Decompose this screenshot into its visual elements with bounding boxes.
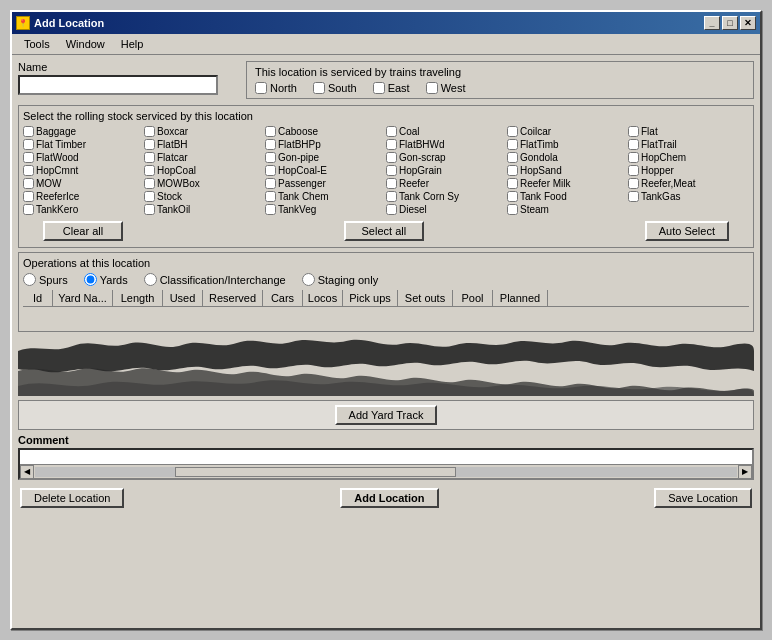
rolling-checkbox-29[interactable] xyxy=(628,178,639,189)
rolling-item-2[interactable]: Caboose xyxy=(265,126,386,137)
rolling-checkbox-3[interactable] xyxy=(386,126,397,137)
direction-east[interactable]: East xyxy=(373,82,410,94)
staging-radio[interactable] xyxy=(302,273,315,286)
rolling-checkbox-20[interactable] xyxy=(265,165,276,176)
scroll-thumb-h[interactable] xyxy=(175,467,456,477)
rolling-checkbox-8[interactable] xyxy=(265,139,276,150)
comment-textarea[interactable] xyxy=(20,450,752,464)
rolling-item-36[interactable]: TankKero xyxy=(23,204,144,215)
rolling-item-21[interactable]: HopGrain xyxy=(386,165,507,176)
rolling-checkbox-2[interactable] xyxy=(265,126,276,137)
rolling-checkbox-24[interactable] xyxy=(23,178,34,189)
rolling-item-26[interactable]: Passenger xyxy=(265,178,386,189)
radio-staging[interactable]: Staging only xyxy=(302,273,379,286)
rolling-checkbox-5[interactable] xyxy=(628,126,639,137)
rolling-checkbox-25[interactable] xyxy=(144,178,155,189)
rolling-item-3[interactable]: Coal xyxy=(386,126,507,137)
rolling-checkbox-17[interactable] xyxy=(628,152,639,163)
rolling-checkbox-31[interactable] xyxy=(144,191,155,202)
rolling-item-31[interactable]: Stock xyxy=(144,191,265,202)
select-all-button[interactable]: Select all xyxy=(344,221,424,241)
rolling-checkbox-11[interactable] xyxy=(628,139,639,150)
rolling-item-38[interactable]: TankVeg xyxy=(265,204,386,215)
delete-location-button[interactable]: Delete Location xyxy=(20,488,124,508)
minimize-button[interactable]: _ xyxy=(704,16,720,30)
scroll-track-h[interactable] xyxy=(35,467,737,477)
rolling-checkbox-6[interactable] xyxy=(23,139,34,150)
menu-tools[interactable]: Tools xyxy=(16,36,58,52)
north-checkbox[interactable] xyxy=(255,82,267,94)
rolling-item-24[interactable]: MOW xyxy=(23,178,144,189)
spurs-radio[interactable] xyxy=(23,273,36,286)
west-checkbox[interactable] xyxy=(426,82,438,94)
maximize-button[interactable]: □ xyxy=(722,16,738,30)
rolling-checkbox-7[interactable] xyxy=(144,139,155,150)
rolling-checkbox-19[interactable] xyxy=(144,165,155,176)
rolling-item-11[interactable]: FlatTrail xyxy=(628,139,749,150)
rolling-checkbox-35[interactable] xyxy=(628,191,639,202)
direction-west[interactable]: West xyxy=(426,82,466,94)
rolling-checkbox-9[interactable] xyxy=(386,139,397,150)
rolling-checkbox-12[interactable] xyxy=(23,152,34,163)
rolling-item-19[interactable]: HopCoal xyxy=(144,165,265,176)
rolling-checkbox-10[interactable] xyxy=(507,139,518,150)
rolling-item-39[interactable]: Diesel xyxy=(386,204,507,215)
rolling-checkbox-4[interactable] xyxy=(507,126,518,137)
rolling-item-35[interactable]: TankGas xyxy=(628,191,749,202)
rolling-item-23[interactable]: Hopper xyxy=(628,165,749,176)
rolling-checkbox-22[interactable] xyxy=(507,165,518,176)
direction-south[interactable]: South xyxy=(313,82,357,94)
rolling-item-18[interactable]: HopCmnt xyxy=(23,165,144,176)
south-checkbox[interactable] xyxy=(313,82,325,94)
clear-all-button[interactable]: Clear all xyxy=(43,221,123,241)
rolling-item-33[interactable]: Tank Corn Sy xyxy=(386,191,507,202)
rolling-item-20[interactable]: HopCoal-E xyxy=(265,165,386,176)
scroll-left-button[interactable]: ◀ xyxy=(20,465,34,479)
rolling-item-28[interactable]: Reefer Milk xyxy=(507,178,628,189)
menu-window[interactable]: Window xyxy=(58,36,113,52)
rolling-checkbox-27[interactable] xyxy=(386,178,397,189)
rolling-item-25[interactable]: MOWBox xyxy=(144,178,265,189)
rolling-checkbox-0[interactable] xyxy=(23,126,34,137)
rolling-checkbox-38[interactable] xyxy=(265,204,276,215)
rolling-item-15[interactable]: Gon-scrap xyxy=(386,152,507,163)
rolling-item-1[interactable]: Boxcar xyxy=(144,126,265,137)
rolling-checkbox-36[interactable] xyxy=(23,204,34,215)
rolling-item-32[interactable]: Tank Chem xyxy=(265,191,386,202)
rolling-item-13[interactable]: Flatcar xyxy=(144,152,265,163)
scroll-right-button[interactable]: ▶ xyxy=(738,465,752,479)
yards-radio[interactable] xyxy=(84,273,97,286)
rolling-item-4[interactable]: Coilcar xyxy=(507,126,628,137)
east-checkbox[interactable] xyxy=(373,82,385,94)
rolling-item-34[interactable]: Tank Food xyxy=(507,191,628,202)
auto-select-button[interactable]: Auto Select xyxy=(645,221,729,241)
rolling-checkbox-18[interactable] xyxy=(23,165,34,176)
rolling-checkbox-26[interactable] xyxy=(265,178,276,189)
add-yard-track-button[interactable]: Add Yard Track xyxy=(335,405,438,425)
rolling-item-30[interactable]: ReeferIce xyxy=(23,191,144,202)
radio-classification[interactable]: Classification/Interchange xyxy=(144,273,286,286)
rolling-checkbox-37[interactable] xyxy=(144,204,155,215)
rolling-checkbox-34[interactable] xyxy=(507,191,518,202)
rolling-item-22[interactable]: HopSand xyxy=(507,165,628,176)
rolling-checkbox-21[interactable] xyxy=(386,165,397,176)
rolling-item-37[interactable]: TankOil xyxy=(144,204,265,215)
rolling-checkbox-1[interactable] xyxy=(144,126,155,137)
rolling-checkbox-32[interactable] xyxy=(265,191,276,202)
rolling-checkbox-14[interactable] xyxy=(265,152,276,163)
rolling-item-14[interactable]: Gon-pipe xyxy=(265,152,386,163)
rolling-item-27[interactable]: Reefer xyxy=(386,178,507,189)
rolling-item-12[interactable]: FlatWood xyxy=(23,152,144,163)
radio-yards[interactable]: Yards xyxy=(84,273,128,286)
rolling-item-7[interactable]: FlatBH xyxy=(144,139,265,150)
rolling-checkbox-15[interactable] xyxy=(386,152,397,163)
direction-north[interactable]: North xyxy=(255,82,297,94)
rolling-checkbox-40[interactable] xyxy=(507,204,518,215)
rolling-item-0[interactable]: Baggage xyxy=(23,126,144,137)
rolling-item-41[interactable] xyxy=(628,204,749,215)
rolling-item-10[interactable]: FlatTimb xyxy=(507,139,628,150)
rolling-checkbox-13[interactable] xyxy=(144,152,155,163)
rolling-checkbox-39[interactable] xyxy=(386,204,397,215)
save-location-button[interactable]: Save Location xyxy=(654,488,752,508)
rolling-item-9[interactable]: FlatBHWd xyxy=(386,139,507,150)
